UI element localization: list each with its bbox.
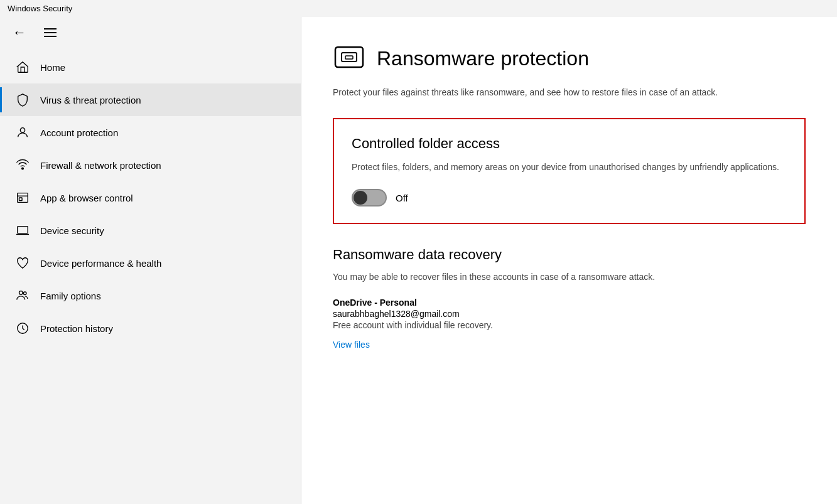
sidebar-item-devicehealth[interactable]: Device performance & health [0, 247, 301, 279]
sidebar-item-appbrowser[interactable]: App & browser control [0, 181, 301, 214]
account-info-block: OneDrive - Personal saurabhbaghel1328@gm… [333, 298, 806, 330]
toggle-label: Off [396, 193, 408, 203]
family-icon [15, 288, 30, 303]
ransomware-icon [333, 42, 365, 75]
svg-rect-4 [18, 227, 28, 233]
sidebar-item-family[interactable]: Family options [0, 279, 301, 312]
sidebar-item-label: App & browser control [40, 193, 133, 203]
recovery-title: Ransomware data recovery [333, 247, 806, 263]
sidebar-item-home[interactable]: Home [0, 51, 301, 83]
wifi-icon [15, 158, 30, 173]
svg-rect-9 [342, 53, 357, 62]
account-email: saurabhbaghel1328@gmail.com [333, 309, 806, 319]
svg-point-1 [22, 168, 24, 169]
laptop-icon [15, 223, 30, 238]
sidebar: ← Home [0, 17, 301, 504]
view-files-button[interactable]: View files [333, 340, 370, 350]
window-icon [15, 190, 30, 205]
sidebar-item-label: Family options [40, 291, 101, 301]
controlled-folder-access-card: Controlled folder access Protect files, … [333, 118, 806, 224]
cfa-toggle[interactable] [352, 189, 387, 206]
svg-rect-10 [345, 56, 353, 59]
svg-rect-8 [335, 47, 363, 67]
sidebar-item-virus[interactable]: Virus & threat protection [0, 83, 301, 116]
svg-rect-3 [19, 198, 23, 201]
sidebar-item-account[interactable]: Account protection [0, 116, 301, 149]
account-info: Free account with individual file recove… [333, 320, 806, 330]
cfa-description: Protect files, folders, and memory areas… [352, 161, 787, 174]
recovery-description: You may be able to recover files in thes… [333, 271, 772, 284]
sidebar-item-label: Virus & threat protection [40, 95, 141, 105]
main-content: Ransomware protection Protect your files… [301, 17, 837, 504]
cfa-title: Controlled folder access [352, 136, 787, 152]
sidebar-item-devicesecurity[interactable]: Device security [0, 214, 301, 247]
page-header: Ransomware protection [333, 42, 806, 75]
sidebar-item-label: Device security [40, 225, 104, 236]
person-icon [15, 125, 30, 140]
title-bar: Windows Security [0, 0, 837, 17]
home-icon [15, 60, 30, 75]
sidebar-item-label: Firewall & network protection [40, 160, 161, 171]
page-subtitle: Protect your files against threats like … [333, 86, 804, 99]
sidebar-item-label: Device performance & health [40, 258, 161, 269]
shield-icon [15, 92, 30, 107]
sidebar-item-label: Protection history [40, 323, 113, 334]
heart-icon [15, 255, 30, 271]
page-title: Ransomware protection [377, 47, 589, 70]
sidebar-item-firewall[interactable]: Firewall & network protection [0, 149, 301, 181]
clock-icon [15, 321, 30, 336]
svg-point-6 [23, 292, 26, 295]
svg-point-5 [19, 291, 23, 295]
svg-point-0 [20, 128, 24, 132]
sidebar-item-label: Account protection [40, 127, 118, 138]
sidebar-item-label: Home [40, 62, 65, 73]
back-button[interactable]: ← [10, 23, 29, 42]
account-name: OneDrive - Personal [333, 298, 806, 308]
menu-button[interactable] [41, 26, 59, 40]
sidebar-item-history[interactable]: Protection history [0, 312, 301, 345]
app-title: Windows Security [8, 4, 72, 13]
